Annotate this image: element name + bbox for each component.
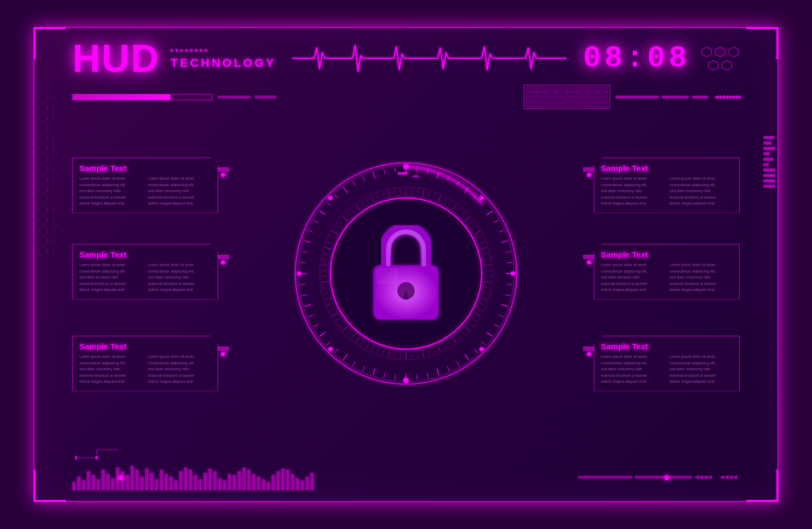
svg-line-153 xyxy=(323,253,329,254)
svg-line-42 xyxy=(487,333,493,337)
svg-line-50 xyxy=(417,375,417,380)
heartbeat-wave xyxy=(292,42,567,74)
eq-bar xyxy=(228,474,231,490)
header-lines xyxy=(218,96,518,99)
svg-line-56 xyxy=(353,362,355,367)
eq-bar xyxy=(111,478,114,490)
svg-line-59 xyxy=(327,342,330,345)
conn-dot-tr xyxy=(587,173,591,177)
svg-point-178 xyxy=(297,272,301,276)
eq-bar xyxy=(281,469,285,490)
svg-line-111 xyxy=(478,309,483,311)
svg-line-152 xyxy=(322,259,327,260)
eq-bar xyxy=(218,478,221,490)
svg-line-124 xyxy=(422,350,424,357)
eq-bar xyxy=(252,474,255,490)
eq-bar xyxy=(165,474,168,490)
svg-line-92 xyxy=(457,208,461,213)
panel-tl-col2: Lorem ipsum dolor sit amet, consectetuer… xyxy=(148,176,211,207)
panel-tr-content: Lorem ipsum dolor sit amet, consectetuer… xyxy=(601,176,733,207)
conn-dot-ml xyxy=(221,260,225,264)
eq-bar xyxy=(306,477,309,490)
svg-line-117 xyxy=(457,335,461,339)
svg-line-120 xyxy=(443,344,446,349)
hud-frame: HUD ▶▶▶▶▶▶▶▶ TECHNOLOGY xyxy=(33,27,779,502)
svg-line-48 xyxy=(437,369,439,375)
svg-point-179 xyxy=(327,195,333,201)
eq-bar xyxy=(199,479,202,490)
svg-line-142 xyxy=(332,313,338,316)
svg-line-76 xyxy=(353,181,355,186)
svg-point-174 xyxy=(511,272,515,276)
eq-bar xyxy=(204,473,207,490)
svg-line-33 xyxy=(501,241,508,243)
honeycomb-pattern xyxy=(39,93,66,255)
panel-tl-content: Lorem ipsum dolor sit amet, consectetuer… xyxy=(79,176,211,207)
panel-ml-col2: Lorem ipsum dolor sit amet, consectetuer… xyxy=(148,262,211,294)
arrows-chars: ▶▶▶▶▶▶▶▶ xyxy=(171,47,209,53)
hex-cluster xyxy=(701,46,740,71)
svg-line-43 xyxy=(482,342,485,345)
connector-rect-6 xyxy=(583,347,594,351)
panel-top-right: Sample Text Lorem ipsum dolor sit amet, … xyxy=(594,158,740,213)
svg-line-61 xyxy=(314,324,319,327)
svg-line-99 xyxy=(480,242,485,244)
eq-bar xyxy=(286,470,289,490)
connector-rect-2 xyxy=(218,255,229,259)
svg-line-169 xyxy=(388,190,390,197)
eq-bar xyxy=(310,473,314,490)
svg-line-167 xyxy=(377,193,378,198)
eq-bar xyxy=(238,471,241,490)
eq-bar xyxy=(131,466,134,490)
svg-line-171 xyxy=(400,188,401,194)
eq-bar xyxy=(296,478,299,490)
eq-bar xyxy=(272,475,275,490)
panel-br-col1: Lorem ipsum dolor sit amet, consectetuer… xyxy=(601,354,664,385)
eq-bar xyxy=(247,470,251,490)
svg-line-67 xyxy=(300,262,305,263)
svg-line-57 xyxy=(343,354,348,360)
bottom-h-bars: ◀◀◀◀ ◀◀◀◀ xyxy=(578,473,737,480)
svg-line-65 xyxy=(300,284,305,284)
panel-top-left: Sample Text Lorem ipsum dolor sit amet, … xyxy=(72,158,218,213)
connector-rect-3 xyxy=(218,347,229,351)
svg-line-86 xyxy=(428,192,430,197)
svg-line-126 xyxy=(411,353,412,358)
svg-line-85 xyxy=(422,190,424,197)
svg-line-156 xyxy=(329,236,334,239)
svg-line-35 xyxy=(507,262,512,263)
svg-marker-16 xyxy=(729,47,739,57)
panel-bl-title: Sample Text xyxy=(79,342,211,351)
svg-line-53 xyxy=(384,373,385,378)
svg-line-155 xyxy=(327,242,332,244)
eq-bar xyxy=(208,469,212,490)
grid-box xyxy=(524,85,610,109)
eq-bar xyxy=(179,471,182,490)
svg-line-154 xyxy=(325,247,331,249)
svg-line-141 xyxy=(335,318,340,322)
svg-point-189 xyxy=(95,456,98,459)
svg-line-108 xyxy=(484,293,489,294)
eq-bar xyxy=(82,480,85,490)
svg-marker-14 xyxy=(702,47,712,57)
svg-line-40 xyxy=(499,315,504,317)
svg-point-190 xyxy=(75,456,77,460)
progress-bar-fill xyxy=(73,94,171,100)
svg-line-58 xyxy=(335,349,339,353)
svg-line-139 xyxy=(343,326,348,331)
svg-line-101 xyxy=(484,253,489,254)
svg-line-143 xyxy=(329,309,334,311)
eq-bar xyxy=(87,471,90,490)
svg-line-151 xyxy=(321,264,328,265)
svg-line-122 xyxy=(434,349,435,354)
svg-line-45 xyxy=(465,354,469,360)
svg-line-75 xyxy=(343,187,348,193)
svg-line-106 xyxy=(484,282,491,282)
svg-line-83 xyxy=(411,188,412,194)
svg-line-131 xyxy=(382,350,384,356)
svg-line-164 xyxy=(361,201,363,206)
panel-mid-right: Sample Text Lorem ipsum dolor sit amet, … xyxy=(594,244,740,300)
eq-bar xyxy=(145,469,148,490)
title-subtitle-area: ▶▶▶▶▶▶▶▶ TECHNOLOGY xyxy=(171,47,276,70)
corner-bl xyxy=(33,470,66,502)
